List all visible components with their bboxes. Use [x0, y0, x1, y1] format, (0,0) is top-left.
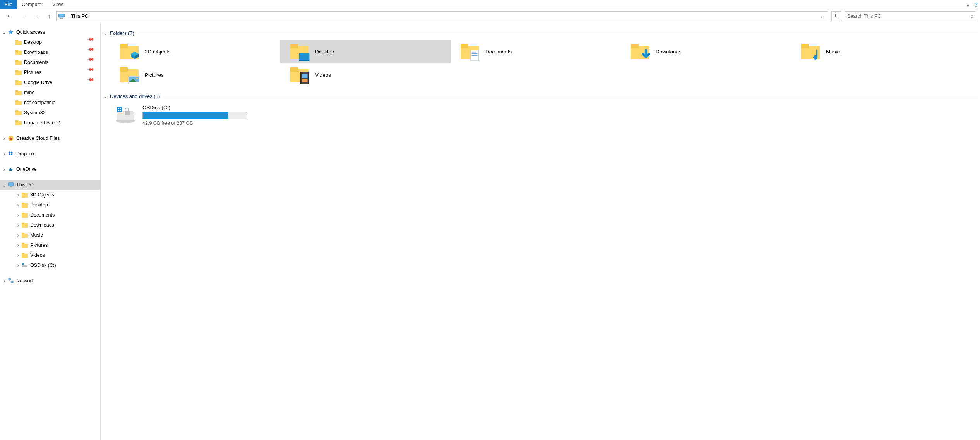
breadcrumb-separator-icon[interactable]: › — [67, 14, 71, 19]
nav-item-label: Music — [30, 232, 43, 238]
nav-back-button[interactable]: ← — [4, 12, 15, 20]
chevron-down-icon[interactable]: ⌄ — [2, 29, 7, 35]
drives-section-header[interactable]: ⌄ Devices and drives (1) — [101, 91, 980, 101]
nav-onedrive[interactable]: › OneDrive — [0, 164, 100, 174]
folder-tile-label: Downloads — [656, 49, 682, 55]
address-bar[interactable]: › This PC ⌄ — [56, 11, 828, 21]
chevron-right-icon[interactable]: › — [2, 166, 7, 172]
folder-tile-music[interactable]: Music — [791, 40, 961, 63]
downloads-folder-icon — [21, 222, 29, 228]
network-icon — [7, 278, 15, 284]
chevron-right-icon[interactable]: › — [15, 222, 21, 228]
help-icon[interactable]: ? — [974, 2, 978, 8]
folder-tile-3d[interactable]: 3D Objects — [110, 40, 280, 63]
nav-thispc-desktop[interactable]: › Desktop — [0, 200, 100, 210]
downloads-folder-icon — [623, 41, 649, 62]
chevron-right-icon[interactable]: › — [15, 232, 21, 238]
search-box[interactable]: ⌕ — [845, 11, 976, 21]
nav-quick-pictures[interactable]: Pictures 📌 — [0, 67, 100, 77]
chevron-down-icon[interactable]: ⌄ — [101, 31, 109, 36]
nav-item-label: mine — [24, 90, 34, 95]
nav-item-label: OneDrive — [16, 167, 37, 172]
folder-tile-label: Desktop — [315, 49, 334, 55]
chevron-right-icon[interactable]: › — [15, 242, 21, 248]
drives-grid: OSDisk (C:)42.9 GB free of 237 GB — [101, 101, 980, 128]
svg-rect-25 — [308, 72, 309, 84]
nav-quick-mine[interactable]: mine — [0, 88, 100, 98]
chevron-right-icon[interactable]: › — [15, 252, 21, 258]
ribbon-tab-computer[interactable]: Computer — [17, 0, 48, 9]
nav-quick-access[interactable]: ⌄ Quick access — [0, 27, 100, 37]
svg-rect-26 — [302, 74, 308, 78]
nav-quick-system32[interactable]: System32 — [0, 108, 100, 118]
address-dropdown-icon[interactable]: ⌄ — [817, 13, 826, 19]
chevron-down-icon[interactable]: ⌄ — [2, 182, 7, 188]
svg-rect-5 — [10, 186, 12, 187]
pictures-folder-icon — [15, 69, 22, 76]
search-icon[interactable]: ⌕ — [970, 13, 973, 19]
ribbon: File Computer View ⌄ ? — [0, 0, 980, 9]
folder-tile-downloads[interactable]: Downloads — [621, 40, 791, 63]
svg-rect-31 — [118, 108, 119, 109]
folder-tile-videos[interactable]: Videos — [280, 63, 451, 86]
ribbon-expand-icon[interactable]: ⌄ — [966, 2, 970, 8]
nav-thispc-osdisk[interactable]: › OSDisk (C:) — [0, 260, 100, 270]
chevron-down-icon[interactable]: ⌄ — [101, 94, 109, 99]
chevron-right-icon[interactable]: › — [2, 135, 7, 141]
navigation-pane: ⌄ Quick access Desktop 📌 Downloads 📌 Doc… — [0, 23, 101, 440]
dropbox-icon — [7, 151, 15, 157]
nav-this-pc[interactable]: ⌄ This PC — [0, 180, 100, 190]
nav-thispc-3d[interactable]: › 3D Objects — [0, 190, 100, 200]
nav-quick-downloads[interactable]: Downloads 📌 — [0, 47, 100, 57]
chevron-right-icon[interactable]: › — [2, 278, 7, 284]
nav-quick-documents[interactable]: Documents 📌 — [0, 57, 100, 67]
nav-thispc-pictures[interactable]: › Pictures — [0, 240, 100, 250]
search-input[interactable] — [847, 14, 970, 19]
nav-thispc-downloads[interactable]: › Downloads — [0, 220, 100, 230]
nav-quick-unnamed-site[interactable]: Unnamed Site 21 — [0, 118, 100, 128]
nav-forward-button[interactable]: → — [19, 12, 30, 20]
refresh-button[interactable]: ↻ — [831, 11, 841, 21]
nav-item-label: Desktop — [24, 40, 42, 45]
chevron-right-icon[interactable]: › — [15, 192, 21, 198]
folder-tile-desktop[interactable]: Desktop — [280, 40, 451, 63]
chevron-right-icon[interactable]: › — [15, 212, 21, 218]
svg-rect-13 — [299, 53, 310, 60]
chevron-right-icon[interactable]: › — [2, 151, 7, 157]
documents-folder-icon — [21, 212, 29, 218]
nav-thispc-videos[interactable]: › Videos — [0, 250, 100, 260]
nav-item-label: Videos — [30, 253, 45, 258]
desktop-folder-icon — [15, 39, 22, 45]
nav-quick-not-compatible[interactable]: not compatible — [0, 98, 100, 108]
music-folder-icon — [21, 232, 29, 238]
ribbon-tab-view[interactable]: View — [48, 0, 67, 9]
nav-recent-dropdown[interactable]: ⌄ — [33, 13, 42, 19]
nav-item-label: System32 — [24, 110, 46, 115]
folders-section-header[interactable]: ⌄ Folders (7) — [101, 28, 980, 38]
nav-up-button[interactable]: ↑ — [45, 13, 53, 20]
nav-quick-desktop[interactable]: Desktop 📌 — [0, 37, 100, 47]
svg-marker-2 — [8, 29, 13, 34]
drive-usage-bar — [142, 112, 247, 119]
folder-tile-label: Music — [826, 49, 840, 55]
ribbon-tab-file[interactable]: File — [0, 0, 17, 9]
nav-creative-cloud[interactable]: › Creative Cloud Files — [0, 133, 100, 143]
chevron-right-icon[interactable]: › — [15, 202, 21, 208]
nav-item-label: Pictures — [30, 242, 48, 248]
nav-quick-googledrive[interactable]: Google Drive 📌 — [0, 77, 100, 88]
nav-dropbox[interactable]: › Dropbox — [0, 149, 100, 159]
chevron-right-icon[interactable]: › — [15, 262, 21, 268]
folder-tile-pictures[interactable]: Pictures — [110, 63, 280, 86]
nav-thispc-music[interactable]: › Music — [0, 230, 100, 240]
nav-network[interactable]: › Network — [0, 276, 100, 286]
nav-thispc-documents[interactable]: › Documents — [0, 210, 100, 220]
folder-tile-label: 3D Objects — [145, 49, 171, 55]
breadcrumb-location[interactable]: This PC — [71, 14, 88, 19]
section-divider — [164, 96, 978, 96]
music-folder-icon — [793, 41, 820, 62]
folder-tile-documents[interactable]: Documents — [451, 40, 621, 63]
folders-section-label: Folders (7) — [110, 30, 134, 36]
nav-item-label: Creative Cloud Files — [16, 136, 60, 141]
nav-item-label: Downloads — [30, 222, 54, 228]
drive-tile[interactable]: OSDisk (C:)42.9 GB free of 237 GB — [110, 101, 280, 128]
